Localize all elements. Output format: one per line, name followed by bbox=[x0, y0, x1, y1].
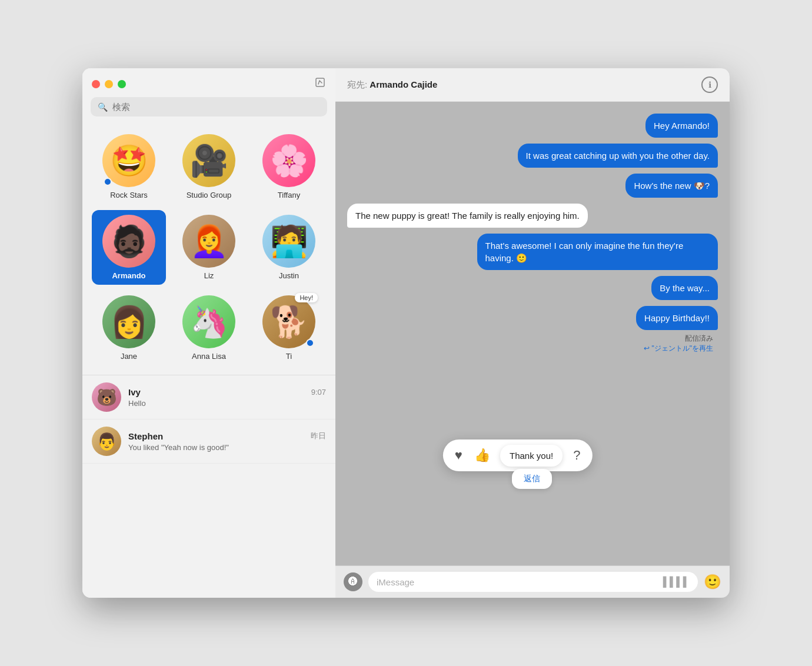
emoji-button[interactable]: 🙂 bbox=[704, 574, 721, 590]
delivery-meta: 配信済み ↩ "ジェントル"を再生 bbox=[347, 334, 718, 354]
reaction-thumbs-up[interactable]: 👍 bbox=[474, 448, 490, 463]
conv-content-ivy: Ivy 9:07 Hello bbox=[128, 387, 326, 408]
app-store-button[interactable]: 🅐 bbox=[344, 572, 362, 591]
contact-grid: 🤩 Rock Stars 🎥 Studio Group bbox=[82, 125, 335, 375]
bubble-1: Hey Armando! bbox=[645, 114, 718, 138]
replay-label[interactable]: ↩ "ジェントル"を再生 bbox=[347, 344, 713, 354]
right-panel: 宛先: Armando Cajide ℹ Hey Armando! It was… bbox=[335, 68, 730, 598]
contact-item-jane[interactable]: 👩 Jane bbox=[92, 291, 166, 365]
bubble-6: By the way... bbox=[651, 276, 718, 300]
avatar-justin: 🧑‍💻 bbox=[262, 215, 315, 268]
contact-name-anna-lisa: Anna Lisa bbox=[192, 352, 226, 361]
message-row-4: The new puppy is great! The family is re… bbox=[347, 204, 718, 228]
svg-rect-0 bbox=[316, 78, 324, 86]
left-panel: 🔍 🤩 Rock Stars 🎥 bbox=[82, 68, 335, 598]
contact-item-liz[interactable]: 👩‍🦰 Liz bbox=[172, 210, 246, 285]
contact-name-rock-stars: Rock Stars bbox=[110, 191, 148, 199]
unread-dot-ti bbox=[306, 339, 314, 347]
chat-to: 宛先: Armando Cajide bbox=[347, 79, 437, 91]
avatar-liz: 👩‍🦰 bbox=[182, 215, 235, 268]
avatar-wrapper-liz: 👩‍🦰 bbox=[182, 215, 235, 268]
minimize-button[interactable] bbox=[105, 80, 113, 88]
contact-name-studio-group: Studio Group bbox=[187, 191, 232, 199]
message-row-2: It was great catching up with you the ot… bbox=[347, 144, 718, 168]
avatar-wrapper-justin: 🧑‍💻 bbox=[262, 215, 315, 268]
contact-item-ti[interactable]: 🐕 Hey! Ti bbox=[252, 291, 326, 365]
avatar-studio-group: 🎥 bbox=[182, 134, 235, 187]
conv-time-ivy: 9:07 bbox=[311, 388, 326, 397]
app-store-icon: 🅐 bbox=[348, 577, 358, 587]
reply-button[interactable]: 返信 bbox=[512, 469, 552, 489]
conv-time-stephen: 昨日 bbox=[311, 431, 326, 441]
search-icon: 🔍 bbox=[98, 102, 108, 112]
message-placeholder: iMessage bbox=[377, 577, 414, 587]
message-row-7: Happy Birthday!! bbox=[347, 306, 718, 330]
app-window: 🔍 🤩 Rock Stars 🎥 bbox=[82, 68, 730, 598]
bubble-5: That's awesome! I can only imagine the f… bbox=[477, 234, 718, 270]
avatar-anna-lisa: 🦄 bbox=[182, 295, 235, 348]
conv-header-ivy: Ivy 9:07 bbox=[128, 387, 326, 397]
avatar-wrapper-anna-lisa: 🦄 bbox=[182, 295, 235, 348]
unread-dot-rock-stars bbox=[104, 178, 112, 186]
info-icon: ℹ bbox=[708, 80, 711, 89]
bubble-3: How's the new 🐶? bbox=[625, 174, 718, 198]
input-area: 🅐 iMessage ▌▌▌▌ 🙂 bbox=[335, 565, 730, 598]
contact-item-armando[interactable]: 🧔🏿 Armando bbox=[92, 210, 166, 285]
contact-item-studio-group[interactable]: 🎥 Studio Group bbox=[172, 129, 246, 204]
contact-item-tiffany[interactable]: 🌸 Tiffany bbox=[252, 129, 326, 204]
message-row-1: Hey Armando! bbox=[347, 114, 718, 138]
conv-content-stephen: Stephen 昨日 You liked "Yeah now is good!" bbox=[128, 431, 326, 452]
avatar-wrapper-tiffany: 🌸 bbox=[262, 134, 315, 187]
context-menu: Thank you! 返信 bbox=[500, 445, 563, 489]
bubble-7: Happy Birthday!! bbox=[636, 306, 718, 330]
hey-badge-ti: Hey! bbox=[295, 293, 318, 302]
conv-name-ivy: Ivy bbox=[128, 387, 141, 397]
chat-header: 宛先: Armando Cajide ℹ bbox=[335, 68, 730, 102]
message-row-5: That's awesome! I can only imagine the f… bbox=[347, 234, 718, 270]
close-button[interactable] bbox=[92, 80, 100, 88]
reaction-heart[interactable]: ♥ bbox=[455, 448, 462, 463]
traffic-lights bbox=[92, 80, 126, 88]
compose-icon[interactable] bbox=[314, 76, 326, 91]
bubble-2: It was great catching up with you the ot… bbox=[518, 144, 718, 168]
conv-message-ivy: Hello bbox=[128, 399, 326, 408]
search-bar[interactable]: 🔍 bbox=[91, 97, 327, 116]
messages-area[interactable]: Hey Armando! It was great catching up wi… bbox=[335, 102, 730, 565]
reaction-question[interactable]: ? bbox=[573, 448, 580, 463]
contact-name-tiffany: Tiffany bbox=[278, 191, 300, 199]
avatar-armando: 🧔🏿 bbox=[102, 215, 155, 268]
info-button[interactable]: ℹ bbox=[701, 76, 718, 93]
bubble-4: The new puppy is great! The family is re… bbox=[347, 204, 588, 228]
conversation-item-stephen[interactable]: 👨 Stephen 昨日 You liked "Yeah now is good… bbox=[82, 419, 335, 464]
chat-to-label: 宛先: bbox=[347, 79, 370, 89]
avatar-wrapper-rock-stars: 🤩 bbox=[102, 134, 155, 187]
avatar-wrapper-ti: 🐕 Hey! bbox=[262, 295, 315, 348]
avatar-wrapper-armando: 🧔🏿 bbox=[102, 215, 155, 268]
avatar-stephen: 👨 bbox=[92, 427, 121, 456]
search-input[interactable] bbox=[112, 102, 320, 112]
avatar-wrapper-studio-group: 🎥 bbox=[182, 134, 235, 187]
avatar-jane: 👩 bbox=[102, 295, 155, 348]
avatar-wrapper-jane: 👩 bbox=[102, 295, 155, 348]
message-row-3: How's the new 🐶? bbox=[347, 174, 718, 198]
contact-name-jane: Jane bbox=[121, 352, 137, 361]
avatar-tiffany: 🌸 bbox=[262, 134, 315, 187]
message-row-6: By the way... bbox=[347, 276, 718, 300]
chat-to-name: Armando Cajide bbox=[370, 79, 437, 89]
contact-name-armando: Armando bbox=[112, 271, 145, 280]
contact-item-justin[interactable]: 🧑‍💻 Justin bbox=[252, 210, 326, 285]
contact-item-anna-lisa[interactable]: 🦄 Anna Lisa bbox=[172, 291, 246, 365]
contact-name-ti: Ti bbox=[286, 352, 292, 361]
contact-item-rock-stars[interactable]: 🤩 Rock Stars bbox=[92, 129, 166, 204]
title-bar bbox=[82, 68, 335, 97]
maximize-button[interactable] bbox=[118, 80, 126, 88]
thank-you-bubble: Thank you! bbox=[500, 445, 563, 467]
message-input-wrapper[interactable]: iMessage ▌▌▌▌ bbox=[368, 572, 698, 592]
conv-header-stephen: Stephen 昨日 bbox=[128, 431, 326, 441]
avatar-ivy: 🐻 bbox=[92, 382, 121, 412]
delivered-text: 配信済み bbox=[347, 334, 713, 344]
waveform-icon: ▌▌▌▌ bbox=[663, 577, 690, 587]
conv-message-stephen: You liked "Yeah now is good!" bbox=[128, 443, 326, 452]
contact-name-justin: Justin bbox=[279, 271, 299, 280]
conversation-item-ivy[interactable]: 🐻 Ivy 9:07 Hello bbox=[82, 375, 335, 419]
